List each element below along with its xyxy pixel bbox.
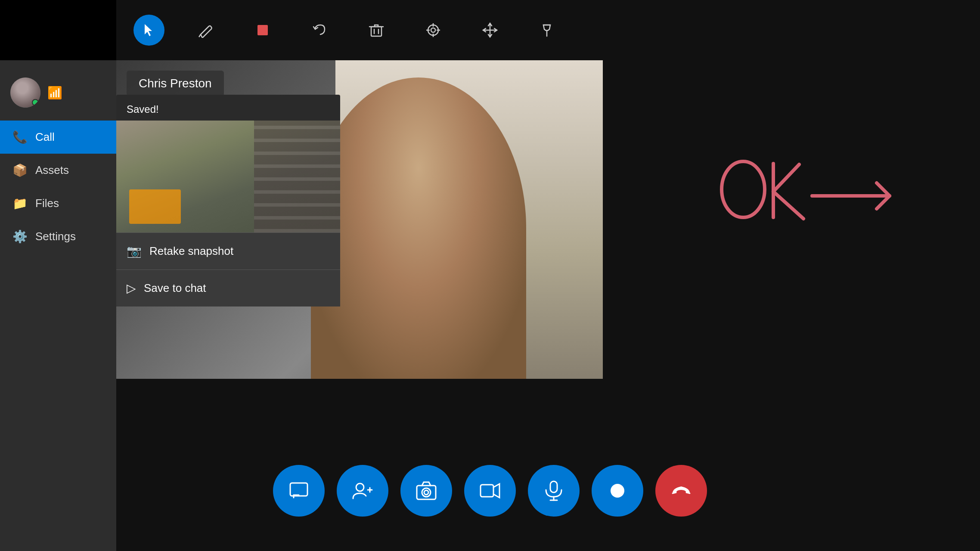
caller-name-badge: Chris Preston — [127, 71, 224, 96]
snapshot-preview-image — [116, 121, 340, 232]
video-feed: Chris Preston Saved! 📷 Retake snapshot ▷… — [116, 60, 603, 379]
svg-point-24 — [422, 488, 431, 497]
svg-line-0 — [199, 34, 201, 37]
svg-point-14 — [722, 161, 765, 217]
video-button[interactable] — [464, 465, 516, 517]
pin-icon — [539, 22, 555, 38]
record-button[interactable] — [592, 465, 643, 517]
sidebar-item-settings[interactable]: ⚙️ Settings — [0, 220, 116, 253]
toolbar — [116, 0, 980, 60]
save-to-chat-button[interactable]: ▷ Save to chat — [116, 269, 340, 306]
hangup-button[interactable] — [655, 465, 707, 517]
caller-name: Chris Preston — [139, 77, 212, 90]
svg-line-32 — [686, 492, 690, 493]
mute-button[interactable] — [528, 465, 580, 517]
trash-icon — [369, 22, 384, 38]
files-icon: 📁 — [12, 196, 28, 210]
svg-point-25 — [424, 490, 428, 495]
snapshot-popup: Saved! 📷 Retake snapshot ▷ Save to chat — [116, 95, 340, 306]
sidebar-item-assets[interactable]: 📦 Assets — [0, 154, 116, 187]
sidebar: 📶 📞 Call 📦 Assets 📁 Files ⚙️ Settings — [0, 60, 116, 551]
video-icon — [479, 480, 501, 502]
avatar — [10, 77, 40, 108]
add-participant-button[interactable] — [337, 465, 388, 517]
target-icon — [425, 22, 441, 38]
record-icon — [606, 480, 629, 502]
sidebar-item-call[interactable]: 📞 Call — [0, 121, 116, 154]
move-button[interactable] — [474, 15, 506, 46]
svg-rect-1 — [257, 25, 268, 35]
shape-icon — [255, 22, 270, 38]
retake-snapshot-button[interactable]: 📷 Retake snapshot — [116, 232, 340, 269]
sidebar-item-label-files: Files — [35, 197, 59, 210]
call-controls — [273, 465, 707, 517]
svg-line-17 — [773, 192, 803, 219]
sidebar-nav: 📞 Call 📦 Assets 📁 Files ⚙️ Settings — [0, 121, 116, 253]
shape-tool-button[interactable] — [247, 15, 278, 46]
signal-icon: 📶 — [47, 86, 62, 100]
sidebar-item-label-settings: Settings — [35, 230, 76, 243]
send-icon: ▷ — [127, 281, 136, 295]
svg-rect-2 — [371, 27, 381, 36]
pen-tool-button[interactable] — [190, 15, 221, 46]
undo-button[interactable] — [304, 15, 335, 46]
delete-button[interactable] — [361, 15, 392, 46]
annotation-drawing — [717, 146, 911, 254]
sidebar-item-files[interactable]: 📁 Files — [0, 187, 116, 220]
snapshot-forklift — [129, 189, 181, 224]
svg-line-16 — [773, 164, 799, 192]
call-icon: 📞 — [12, 130, 28, 144]
svg-rect-19 — [290, 483, 307, 496]
target-button[interactable] — [418, 15, 449, 46]
save-to-chat-label: Save to chat — [144, 282, 206, 295]
sidebar-item-label-assets: Assets — [35, 164, 69, 177]
pen-icon — [198, 22, 214, 38]
svg-point-7 — [431, 28, 435, 32]
undo-icon — [312, 22, 327, 38]
online-status — [32, 99, 39, 106]
move-icon — [482, 22, 498, 38]
saved-label: Saved! — [116, 95, 340, 121]
snapshot-icon — [415, 480, 437, 502]
pointer-tool-button[interactable] — [133, 15, 164, 46]
pointer-icon — [141, 22, 157, 38]
svg-point-20 — [356, 483, 364, 491]
settings-icon: ⚙️ — [12, 229, 28, 244]
hangup-icon — [670, 480, 692, 502]
chat-button[interactable] — [273, 465, 325, 517]
snapshot-shelves — [254, 121, 340, 232]
user-profile-area: 📶 — [0, 69, 116, 116]
add-participant-icon — [351, 480, 374, 502]
microphone-icon — [543, 480, 565, 502]
svg-rect-26 — [481, 485, 493, 497]
pin-button[interactable] — [531, 15, 562, 46]
svg-point-30 — [611, 484, 624, 498]
camera-icon: 📷 — [127, 244, 142, 258]
person-silhouette — [311, 77, 526, 379]
snapshot-button[interactable] — [400, 465, 452, 517]
retake-snapshot-label: Retake snapshot — [149, 245, 233, 258]
sidebar-item-label-call: Call — [35, 130, 55, 144]
svg-rect-27 — [550, 481, 557, 492]
chat-icon — [288, 480, 310, 502]
assets-icon: 📦 — [12, 163, 28, 177]
svg-line-31 — [673, 492, 676, 493]
